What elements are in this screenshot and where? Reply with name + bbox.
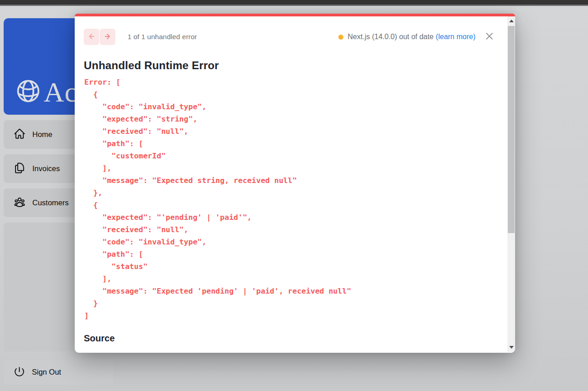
power-icon (14, 366, 25, 379)
home-icon (14, 128, 26, 141)
scrollbar-down-arrow[interactable] (507, 343, 515, 352)
error-counter: 1 of 1 unhandled error (128, 33, 197, 41)
browser-chrome-bar (0, 0, 588, 6)
warning-dot-icon (338, 35, 343, 40)
dialog-header: 1 of 1 unhandled error Next.js (14.0.0) … (75, 16, 515, 45)
sidebar-item-label: Invoices (32, 164, 60, 173)
document-duplicate-icon (14, 162, 26, 175)
scrollbar-up-arrow[interactable] (507, 16, 515, 25)
arrow-right-icon (103, 32, 112, 42)
globe-icon (15, 77, 42, 107)
source-heading: Source (84, 333, 506, 344)
sidebar-item-label: Customers (32, 198, 69, 207)
sign-out-button[interactable]: Sign Out (4, 360, 113, 385)
next-error-button[interactable] (100, 29, 115, 45)
user-group-icon (14, 196, 26, 209)
close-icon (485, 31, 494, 42)
learn-more-link[interactable]: (learn more) (436, 33, 476, 41)
error-dialog-title: Unhandled Runtime Error (84, 59, 506, 72)
version-text: Next.js (14.0.0) out of date (348, 33, 434, 41)
sidebar-item-label: Home (32, 130, 52, 139)
scrollbar-thumb[interactable] (508, 26, 515, 233)
previous-error-button[interactable] (84, 29, 99, 45)
arrow-left-icon (87, 32, 96, 42)
version-notice: Next.js (14.0.0) out of date (learn more… (338, 33, 476, 41)
sign-out-label: Sign Out (32, 368, 61, 376)
modal-scrollbar[interactable] (507, 16, 515, 352)
error-message: Error: [ { "code": "invalid_type", "expe… (84, 76, 506, 322)
close-button[interactable] (485, 31, 494, 42)
error-pagination (84, 29, 115, 45)
error-overlay-dialog: 1 of 1 unhandled error Next.js (14.0.0) … (75, 14, 515, 353)
